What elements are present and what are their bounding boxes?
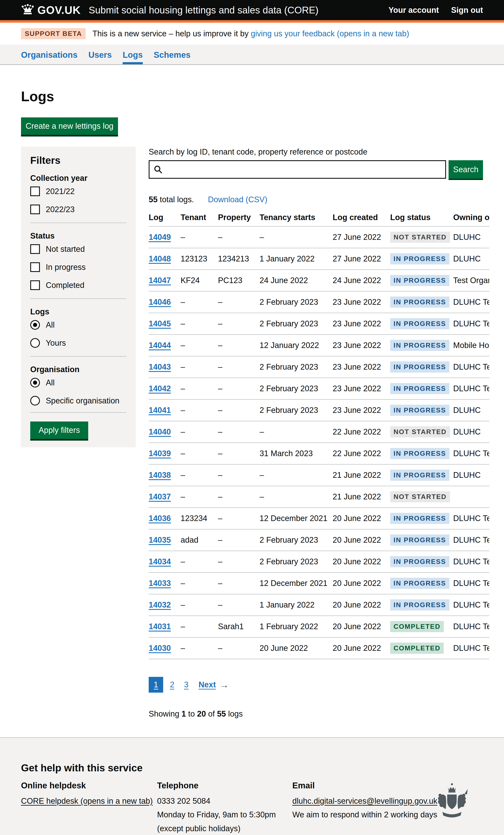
cell-property: – [218, 226, 260, 248]
cell-log-status: IN PROGRESS [390, 572, 453, 594]
next-page-link[interactable]: Next [199, 680, 216, 689]
log-id-link[interactable]: 14042 [149, 384, 171, 393]
option-label: Completed [46, 281, 84, 290]
cell-log-status: IN PROGRESS [390, 551, 453, 572]
page-link[interactable]: 3 [181, 677, 191, 693]
search-input[interactable] [149, 160, 446, 179]
filters-heading: Filters [30, 155, 126, 166]
radio-box[interactable] [30, 378, 40, 387]
page-current[interactable]: 1 [149, 677, 163, 693]
nav-item-schemes[interactable]: Schemes [154, 50, 191, 64]
service-name-link[interactable]: Submit social housing lettings and sales… [88, 4, 388, 16]
search-icon [153, 165, 163, 176]
log-id-link[interactable]: 14036 [149, 514, 171, 523]
status-badge: IN PROGRESS [390, 297, 449, 308]
log-id-link[interactable]: 14034 [149, 557, 171, 566]
table-row: 14031–Sarah11 February 202220 June 2022C… [149, 616, 489, 637]
section-divider [30, 299, 126, 299]
log-id-link[interactable]: 14035 [149, 535, 171, 544]
cell-log: 14042 [149, 378, 181, 400]
status-badge: IN PROGRESS [390, 383, 449, 394]
page-link[interactable]: 2 [167, 677, 177, 693]
column-header: Tenancy starts [260, 213, 332, 226]
cell-log-status: IN PROGRESS [390, 248, 453, 270]
checkbox-option[interactable]: Not started [30, 244, 126, 254]
cell-log: 14049 [149, 226, 181, 248]
cell-log: 14040 [149, 421, 181, 443]
cell-log-created: 20 June 2022 [332, 529, 390, 551]
checkbox-box[interactable] [30, 186, 40, 196]
cell-tenancy-starts: 12 December 2021 [260, 572, 332, 594]
log-id-link[interactable]: 14049 [149, 233, 171, 242]
log-id-link[interactable]: 14031 [149, 622, 171, 631]
download-csv-link[interactable]: Download (CSV) [208, 195, 267, 204]
checkbox-box[interactable] [30, 244, 40, 254]
log-id-link[interactable]: 14032 [149, 600, 171, 609]
crown-icon [21, 4, 35, 17]
footer-line: Monday to Friday, 9am to 5:30pm [157, 809, 292, 820]
radio-option[interactable]: Yours [30, 338, 126, 348]
cell-owning-org: DLUHC Tes [453, 616, 489, 637]
log-id-link[interactable]: 14046 [149, 298, 171, 306]
showing-of: 55 [217, 709, 226, 718]
page-title: Logs [21, 88, 483, 104]
cell-tenancy-starts: 2 February 2023 [260, 551, 332, 572]
apply-filters-button[interactable]: Apply filters [30, 422, 88, 439]
govuk-logo[interactable]: GOV.UK [21, 4, 81, 17]
radio-box[interactable] [30, 396, 40, 406]
cell-owning-org: DLUHC [453, 248, 489, 270]
cell-tenant: – [181, 616, 218, 637]
log-id-link[interactable]: 14030 [149, 644, 171, 652]
table-row: 14033––12 December 202120 June 2022IN PR… [149, 572, 489, 594]
log-id-link[interactable]: 14039 [149, 449, 171, 458]
radio-option[interactable]: All [30, 378, 126, 387]
checkbox-option[interactable]: Completed [30, 280, 126, 290]
feedback-link[interactable]: giving us your feedback (opens in a new … [251, 29, 409, 38]
results-summary: 55 total logs. Download (CSV) [149, 195, 483, 204]
beta-text-before: This is a new service – help us improve … [93, 29, 251, 38]
cell-property: – [218, 529, 260, 551]
cell-property: – [218, 313, 260, 334]
log-id-link[interactable]: 14040 [149, 427, 171, 436]
checkbox-option[interactable]: In progress [30, 262, 126, 272]
cell-log: 14033 [149, 572, 181, 594]
footer-link[interactable]: dluhc.digital-services@levellingup.gov.u… [292, 797, 438, 806]
checkbox-box[interactable] [30, 262, 40, 272]
radio-option[interactable]: Specific organisation [30, 396, 126, 406]
log-id-link[interactable]: 14033 [149, 579, 171, 588]
your-account-link[interactable]: Your account [388, 6, 439, 15]
checkbox-box[interactable] [30, 205, 40, 214]
log-id-link[interactable]: 14041 [149, 406, 171, 414]
create-lettings-log-button[interactable]: Create a new lettings log [21, 117, 118, 135]
log-id-link[interactable]: 14038 [149, 471, 171, 480]
log-id-link[interactable]: 14043 [149, 363, 171, 371]
cell-log: 14038 [149, 464, 181, 486]
log-id-link[interactable]: 14037 [149, 492, 171, 501]
checkbox-box[interactable] [30, 280, 40, 290]
nav-item-logs[interactable]: Logs [123, 50, 143, 64]
radio-box[interactable] [30, 320, 40, 330]
log-id-link[interactable]: 14048 [149, 254, 171, 263]
status-badge: IN PROGRESS [390, 405, 449, 416]
footer-link[interactable]: CORE helpdesk (opens in a new tab) [21, 797, 153, 806]
footer-columns: Online helpdeskCORE helpdesk (opens in a… [21, 781, 483, 835]
section-divider [30, 412, 126, 413]
checkbox-option[interactable]: 2021/22 [30, 186, 126, 196]
cell-log-status: COMPLETED [390, 637, 453, 659]
cell-owning-org: DLUHC Tes [453, 291, 489, 313]
log-id-link[interactable]: 14045 [149, 319, 171, 328]
log-id-link[interactable]: 14044 [149, 341, 171, 350]
cell-property: 1234213 [218, 248, 260, 270]
search-button[interactable]: Search [448, 160, 483, 179]
column-header: Log status [390, 213, 453, 226]
log-id-link[interactable]: 14047 [149, 276, 171, 285]
sign-out-link[interactable]: Sign out [451, 6, 483, 15]
checkbox-option[interactable]: 2022/23 [30, 205, 126, 214]
radio-box[interactable] [30, 338, 40, 348]
column-header: Property [218, 213, 260, 226]
nav-item-organisations[interactable]: Organisations [21, 50, 78, 64]
nav-item-users[interactable]: Users [88, 50, 112, 64]
radio-option[interactable]: All [30, 320, 126, 330]
table-row: 14044––12 January 202223 June 2022IN PRO… [149, 334, 489, 356]
status-badge: IN PROGRESS [390, 513, 449, 524]
